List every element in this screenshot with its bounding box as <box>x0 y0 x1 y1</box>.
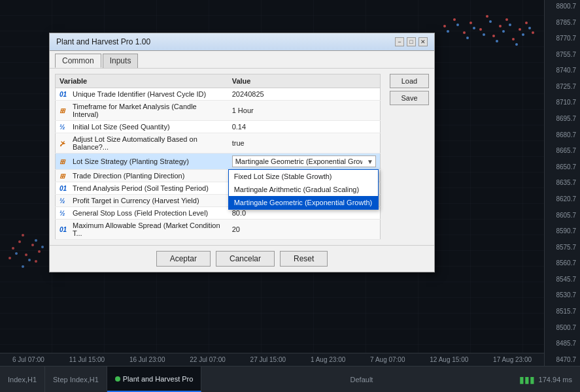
bottom-tab-step-index-h1[interactable]: Step Index,H1 <box>45 367 107 392</box>
col-variable: Variable <box>56 74 228 88</box>
svg-point-34 <box>9 257 11 259</box>
table-row: ⊞Timeframe for Market Analysis (Candle I… <box>56 101 381 121</box>
svg-point-28 <box>528 27 531 29</box>
price-label: 8545.7 <box>546 276 579 283</box>
dialog-footer: Aceptar Cancelar Reset <box>50 245 434 272</box>
maximize-button[interactable]: □ <box>407 37 416 46</box>
svg-point-35 <box>22 234 24 237</box>
param-label: Trend Analysis Period (Soil Testing Peri… <box>73 184 209 192</box>
tab-common[interactable]: Common <box>55 54 101 68</box>
svg-point-4 <box>443 25 446 27</box>
lot-strategy-select[interactable]: Martingale Geometric (Exponential Growth… <box>232 155 376 167</box>
param-icon: 01 <box>60 226 70 233</box>
param-name-cell: ⊞Timeframe for Market Analysis (Candle I… <box>56 101 228 121</box>
param-name-cell: ⊁Adjust Lot Size Automatically Based on … <box>56 133 228 154</box>
price-label: 8785.7 <box>546 19 579 26</box>
param-value: 80.0 <box>232 209 246 217</box>
side-buttons: Load Save <box>390 74 429 105</box>
save-button[interactable]: Save <box>390 91 429 105</box>
price-label: 8710.7 <box>546 99 579 106</box>
svg-point-15 <box>525 22 528 24</box>
dropdown-option[interactable]: Fixed Lot Size (Stable Growth) <box>229 170 378 183</box>
svg-point-25 <box>509 24 511 26</box>
param-label: Unique Trade Identifier (Harvest Cycle I… <box>73 90 206 98</box>
tab-inputs[interactable]: Inputs <box>103 54 139 68</box>
param-name-cell: ½Profit Target in Currency (Harvest Yiel… <box>56 195 228 207</box>
reset-button[interactable]: Reset <box>280 251 328 267</box>
dropdown-option-selected[interactable]: Martingale Geometric (Exponential Growth… <box>229 196 378 209</box>
dropdown-popup: Fixed Lot Size (Stable Growth) Martingal… <box>228 169 379 210</box>
bar-chart-icon: ▮▮▮ <box>519 374 535 385</box>
svg-point-31 <box>25 253 27 256</box>
param-value-cell: 1 Hour <box>228 101 381 121</box>
accept-button[interactable]: Aceptar <box>156 251 211 267</box>
title-controls: − □ ✕ <box>395 37 428 46</box>
svg-point-8 <box>479 28 482 31</box>
x-label: 16 Jul 23:00 <box>129 356 165 363</box>
svg-point-36 <box>35 260 37 263</box>
price-label: 8575.7 <box>546 244 579 251</box>
close-button[interactable]: ✕ <box>418 37 428 46</box>
svg-point-12 <box>505 18 508 21</box>
load-button[interactable]: Load <box>390 74 429 88</box>
param-name-cell: 01Trend Analysis Period (Soil Testing Pe… <box>56 182 228 195</box>
bottom-tab-index-h1[interactable]: Index,H1 <box>0 367 45 392</box>
table-row: ½Initial Lot Size (Seed Quantity)0.14 <box>56 121 381 133</box>
dialog-title: Plant and Harvest Pro 1.00 <box>56 37 150 46</box>
price-label: 8590.7 <box>546 227 579 235</box>
bottom-bar: Index,H1Step Index,H1Plant and Harvest P… <box>0 366 580 392</box>
svg-point-27 <box>522 33 524 36</box>
svg-point-38 <box>28 259 31 261</box>
param-label: Adjust Lot Size Automatically Based on B… <box>73 135 224 151</box>
param-name-cell: ½Initial Lot Size (Seed Quantity) <box>56 121 228 133</box>
price-label: 8530.7 <box>546 291 579 299</box>
table-row: ⊞Lot Size Strategy (Planting Strategy) M… <box>56 154 381 170</box>
tab-label: Index,H1 <box>8 376 37 384</box>
param-value-cell: 20240825 <box>228 88 381 101</box>
x-label: 22 Jul 07:00 <box>190 356 226 363</box>
param-icon: ½ <box>60 197 70 204</box>
svg-point-14 <box>519 28 521 31</box>
param-name-cell: 01Unique Trade Identifier (Harvest Cycle… <box>56 88 228 101</box>
param-label: Lot Size Strategy (Planting Strategy) <box>73 157 189 165</box>
param-name-cell: 01Maximum Allowable Spread (Market Condi… <box>56 220 228 240</box>
price-label: 8725.7 <box>546 83 579 90</box>
dropdown-option[interactable]: Martingale Arithmetic (Gradual Scaling) <box>229 183 378 196</box>
price-label: 8560.7 <box>546 259 579 267</box>
svg-point-19 <box>466 37 469 39</box>
svg-point-22 <box>489 20 492 23</box>
price-label: 8500.7 <box>546 324 579 331</box>
param-label: Initial Lot Size (Seed Quantity) <box>73 123 170 131</box>
svg-point-33 <box>38 250 41 253</box>
svg-point-24 <box>502 30 505 33</box>
svg-point-13 <box>512 38 515 41</box>
price-label: 8650.7 <box>546 163 579 171</box>
x-axis: 6 Jul 07:0011 Jul 15:0016 Jul 23:0022 Ju… <box>0 353 544 366</box>
svg-point-41 <box>35 239 37 242</box>
param-label: Profit Target in Currency (Harvest Yield… <box>73 197 199 204</box>
svg-point-39 <box>41 246 44 248</box>
price-label: 8620.7 <box>546 195 579 203</box>
param-value: 20240825 <box>232 90 264 98</box>
price-label: 8770.7 <box>546 35 579 42</box>
param-icon: 01 <box>60 91 70 98</box>
param-label: Trade Direction (Planting Direction) <box>73 172 184 180</box>
svg-point-40 <box>22 265 24 268</box>
svg-point-5 <box>453 18 456 21</box>
bottom-tab-plant-and-harvest-pro[interactable]: Plant and Harvest Pro <box>107 367 202 392</box>
param-value: true <box>232 139 245 147</box>
param-name-cell: ½General Stop Loss (Field Protection Lev… <box>56 207 228 220</box>
price-label: 8605.7 <box>546 212 579 219</box>
tab-bar: Common Inputs <box>50 51 434 69</box>
param-name-cell: ⊞Lot Size Strategy (Planting Strategy) <box>56 154 228 170</box>
cancel-button[interactable]: Cancelar <box>216 251 275 267</box>
minimize-button[interactable]: − <box>395 37 404 46</box>
svg-point-32 <box>31 244 34 246</box>
param-value-cell: true <box>228 133 381 154</box>
svg-point-26 <box>515 43 518 46</box>
tab-active-dot <box>115 376 120 382</box>
param-icon: ⊞ <box>60 158 70 165</box>
x-label: 1 Aug 23:00 <box>311 356 345 363</box>
svg-point-37 <box>15 252 18 255</box>
latency-display: 174.94 ms <box>539 376 572 384</box>
